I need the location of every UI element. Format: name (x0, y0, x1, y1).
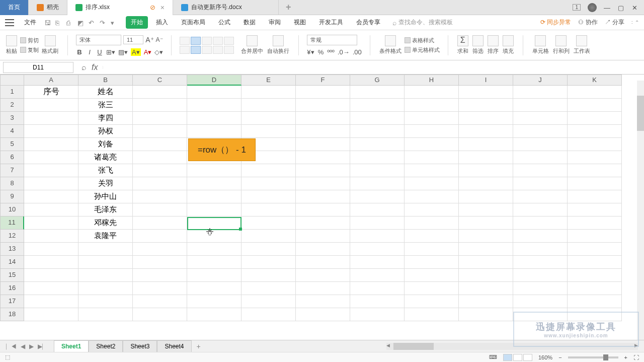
cell-I6[interactable] (459, 151, 513, 164)
copy-button[interactable]: 复制 (20, 46, 39, 54)
indent-decrease[interactable] (213, 37, 223, 45)
align-mid-left[interactable] (180, 46, 190, 54)
cell-H6[interactable] (405, 151, 459, 164)
align-top-center[interactable] (191, 37, 201, 45)
cell-D1[interactable] (187, 86, 242, 99)
row-header-9[interactable]: 9 (0, 190, 24, 203)
cell-G18[interactable] (350, 308, 405, 321)
cell-A8[interactable] (24, 177, 78, 190)
cell-A2[interactable] (24, 99, 78, 112)
cell-K16[interactable] (568, 282, 622, 295)
cell-J3[interactable] (513, 112, 568, 125)
cell-E16[interactable] (242, 282, 296, 295)
cell-G4[interactable] (350, 125, 405, 138)
cell-B12[interactable]: 袁隆平 (78, 230, 133, 243)
cell-J7[interactable] (513, 164, 568, 177)
sort-button[interactable]: 排序 (487, 34, 500, 56)
cell-C10[interactable] (133, 203, 187, 216)
menu-insert[interactable]: 插入 (151, 16, 173, 29)
cell-D14[interactable] (187, 256, 242, 269)
cell-B16[interactable] (78, 282, 133, 295)
cell-E3[interactable] (242, 112, 296, 125)
fill-handle[interactable] (239, 228, 242, 231)
zoom-slider[interactable] (568, 356, 618, 358)
cell-E14[interactable] (242, 256, 296, 269)
cell-F9[interactable] (296, 190, 350, 203)
cell-D10[interactable] (187, 203, 242, 216)
cell-E17[interactable] (242, 295, 296, 308)
cell-H9[interactable] (405, 190, 459, 203)
cell-F10[interactable] (296, 203, 350, 216)
cell-K14[interactable] (568, 256, 622, 269)
row-header-18[interactable]: 18 (0, 308, 24, 321)
cell-D3[interactable] (187, 112, 242, 125)
row-header-17[interactable]: 17 (0, 295, 24, 308)
cell-F4[interactable] (296, 125, 350, 138)
cell-F7[interactable] (296, 164, 350, 177)
cell-G17[interactable] (350, 295, 405, 308)
cell-button[interactable]: 单元格 (531, 34, 550, 56)
cell-C18[interactable] (133, 308, 187, 321)
view-break-icon[interactable] (523, 354, 532, 361)
tab-shell[interactable]: 稻壳 (29, 0, 67, 15)
cell-F13[interactable] (296, 243, 350, 256)
cell-C5[interactable] (133, 138, 187, 151)
undo-icon[interactable]: ↶ (89, 19, 96, 26)
cell-F8[interactable] (296, 177, 350, 190)
align-mid-center[interactable] (191, 46, 201, 54)
cell-K4[interactable] (568, 125, 622, 138)
table-style-button[interactable]: 表格样式 (405, 37, 440, 44)
cell-C7[interactable] (133, 164, 187, 177)
cell-E13[interactable] (242, 243, 296, 256)
row-header-5[interactable]: 5 (0, 138, 24, 151)
cell-I3[interactable] (459, 112, 513, 125)
cell-H10[interactable] (405, 203, 459, 216)
print-icon[interactable]: ⎙ (66, 19, 73, 26)
close-window-icon[interactable]: ✕ (632, 4, 639, 11)
cell-K1[interactable] (568, 86, 622, 99)
cell-I13[interactable] (459, 243, 513, 256)
cell-G16[interactable] (350, 282, 405, 295)
row-header-3[interactable]: 3 (0, 112, 24, 125)
cell-D8[interactable] (187, 177, 242, 190)
cell-H5[interactable] (405, 138, 459, 151)
zoom-value[interactable]: 160% (538, 354, 552, 360)
cell-J8[interactable] (513, 177, 568, 190)
cell-B11[interactable]: 邓稼先 (78, 216, 133, 230)
align-top-left[interactable] (180, 37, 190, 45)
cell-A5[interactable] (24, 138, 78, 151)
col-header-G[interactable]: G (350, 75, 405, 86)
cell-D15[interactable] (187, 269, 242, 282)
cell-J4[interactable] (513, 125, 568, 138)
sheet-nav-last-icon[interactable]: ▶⎸ (38, 343, 48, 350)
cell-E2[interactable] (242, 99, 296, 112)
cell-H11[interactable] (405, 216, 459, 230)
cell-D7[interactable] (187, 164, 242, 177)
paste-button[interactable]: 粘贴 (5, 34, 18, 56)
menu-review[interactable]: 审阅 (264, 16, 286, 29)
cell-C9[interactable] (133, 190, 187, 203)
cell-H13[interactable] (405, 243, 459, 256)
cell-F12[interactable] (296, 230, 350, 243)
cell-K10[interactable] (568, 203, 622, 216)
fullscreen-icon[interactable]: ⛶ (633, 354, 639, 360)
format-painter-button[interactable]: 格式刷 (41, 34, 59, 56)
cell-B17[interactable] (78, 295, 133, 308)
number-format-select[interactable]: 常规 (307, 35, 357, 45)
cell-B10[interactable]: 毛泽东 (78, 203, 133, 216)
cell-A15[interactable] (24, 269, 78, 282)
wrap-button[interactable]: 自动换行 (266, 34, 290, 56)
increase-font-icon[interactable]: A⁺ (145, 36, 153, 44)
cell-K9[interactable] (568, 190, 622, 203)
cell-H18[interactable] (405, 308, 459, 321)
minimize-icon[interactable]: — (604, 4, 611, 11)
cell-E12[interactable] (242, 230, 296, 243)
worksheet-button[interactable]: 工作表 (573, 34, 591, 56)
cell-A9[interactable] (24, 190, 78, 203)
cell-E15[interactable] (242, 269, 296, 282)
row-header-4[interactable]: 4 (0, 125, 24, 138)
cell-J11[interactable] (513, 216, 568, 230)
zoom-in-icon[interactable]: + (624, 354, 627, 360)
cell-B7[interactable]: 张飞 (78, 164, 133, 177)
align-justify[interactable] (213, 46, 223, 54)
